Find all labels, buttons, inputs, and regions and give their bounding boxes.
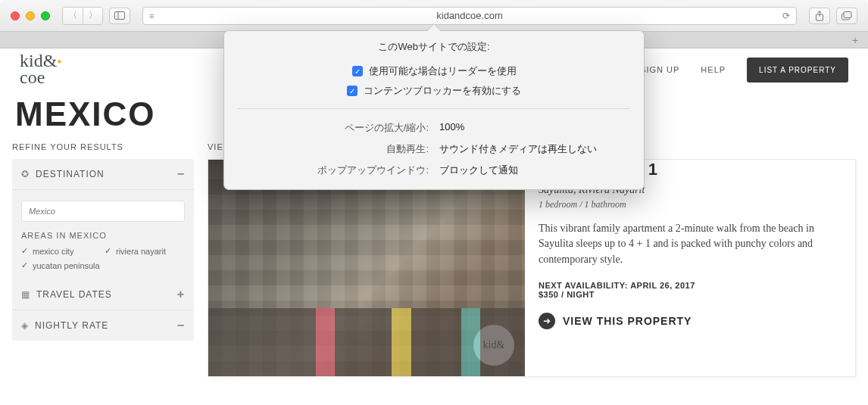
zoom-label: ページの拡大/縮小: (227, 121, 429, 135)
destination-input[interactable]: Mexico (21, 201, 185, 222)
filter-destination-label: DESTINATION (36, 169, 105, 179)
header-nav: SIGN UP HELP LIST A PROPERTY (640, 58, 848, 83)
site-settings-popover: このWebサイトでの設定: ✓ 使用可能な場合はリーダーを使用 ✓ コンテンツブ… (223, 30, 645, 190)
close-icon[interactable] (11, 11, 20, 20)
logo-badge: kid& (473, 325, 514, 366)
view-property-button[interactable]: ➜ VIEW THIS PROPERTY (539, 313, 841, 329)
refine-label: REFINE YOUR RESULTS (12, 142, 194, 151)
content-blocker-checkbox[interactable]: ✓ コンテンツブロッカーを有効にする (347, 84, 521, 98)
destination-body: Mexico AREAS IN MEXICO ✓mexico city ✓riv… (12, 190, 194, 279)
sidebar-button[interactable] (109, 8, 130, 24)
property-price: $350 / NIGHT (539, 290, 841, 299)
property-rooms: 1 bedroom / 1 bathroom (539, 199, 841, 210)
property-image[interactable]: kid& (208, 160, 525, 376)
share-button[interactable] (809, 8, 830, 24)
globe-icon: ✪ (21, 169, 30, 179)
help-link[interactable]: HELP (701, 65, 726, 74)
checkbox-checked-icon: ✓ (347, 86, 358, 96)
logo-line2: coe (20, 67, 45, 87)
area-checkbox[interactable]: ✓mexico city (21, 246, 101, 256)
content-blocker-checkbox-label: コンテンツブロッカーを有効にする (364, 84, 521, 98)
site-logo[interactable]: kid&• coe (20, 53, 62, 86)
expand-icon[interactable]: + (177, 288, 185, 301)
property-card: kid& …A LOFT Nº 1 Sayulita, Riviera Naya… (208, 159, 856, 377)
availability-label: NEXT AVAILABILITY: APRIL 26, 2017 (539, 281, 841, 290)
tag-icon: ◈ (21, 320, 29, 331)
popover-title: このWebサイトでの設定: (224, 31, 644, 61)
svg-rect-5 (844, 11, 851, 17)
filter-travel-dates-label: TRAVEL DATES (36, 289, 112, 300)
calendar-icon: ▦ (21, 289, 30, 300)
reload-icon[interactable]: ⟳ (782, 11, 790, 21)
maximize-icon[interactable] (41, 11, 50, 20)
area-checkbox[interactable]: ✓riviera nayarit (105, 246, 185, 256)
collapse-icon[interactable]: − (177, 167, 185, 181)
reader-checkbox[interactable]: ✓ 使用可能な場合はリーダーを使用 (352, 64, 517, 78)
list-property-button[interactable]: LIST A PROPERTY (747, 58, 848, 83)
filter-travel-dates-header[interactable]: ▦ TRAVEL DATES + (12, 279, 194, 310)
new-tab-button[interactable]: + (847, 33, 863, 47)
area-label: riviera nayarit (116, 247, 166, 256)
window-controls (11, 11, 50, 20)
property-description: This vibrant family apartment a 2-minute… (539, 221, 841, 267)
view-property-label: VIEW THIS PROPERTY (563, 315, 692, 327)
forward-button[interactable]: 〉 (83, 8, 102, 24)
back-button[interactable]: 〈 (63, 8, 83, 24)
filter-destination-header[interactable]: ✪ DESTINATION − (12, 159, 194, 190)
area-checkbox[interactable]: ✓yucatan peninsula (21, 260, 101, 270)
signup-link[interactable]: SIGN UP (640, 65, 679, 74)
check-icon: ✓ (105, 246, 111, 256)
arrow-icon: ➜ (539, 313, 555, 329)
url-text: kidandcoe.com (436, 10, 502, 21)
tabs-button[interactable] (836, 8, 857, 24)
nav-buttons: 〈 〉 (62, 7, 103, 25)
checkbox-checked-icon: ✓ (352, 66, 363, 76)
reader-checkbox-label: 使用可能な場合はリーダーを使用 (369, 64, 517, 78)
popup-value[interactable]: ブロックして通知 (439, 164, 641, 177)
check-icon: ✓ (21, 260, 28, 270)
area-label: yucatan peninsula (33, 261, 100, 270)
autoplay-value[interactable]: サウンド付きメディアは再生しない (439, 142, 641, 156)
filters-panel: ✪ DESTINATION − Mexico AREAS IN MEXICO ✓… (12, 159, 194, 341)
filters-sidebar: REFINE YOUR RESULTS ✪ DESTINATION − Mexi… (12, 142, 194, 377)
filter-nightly-rate-header[interactable]: ◈ NIGHTLY RATE − (12, 310, 194, 341)
popup-label: ポップアップウインドウ: (227, 164, 429, 177)
svg-rect-0 (115, 12, 125, 20)
check-icon: ✓ (21, 246, 28, 256)
reader-icon[interactable]: ≡ (149, 11, 154, 20)
zoom-value[interactable]: 100% (439, 121, 641, 135)
address-bar[interactable]: ≡ kidandcoe.com ⟳ (142, 7, 797, 25)
logo-dot-icon: • (57, 55, 61, 70)
filter-nightly-rate-label: NIGHTLY RATE (35, 320, 108, 331)
divider (238, 108, 630, 109)
collapse-icon[interactable]: − (177, 319, 185, 332)
minimize-icon[interactable] (26, 11, 35, 20)
autoplay-label: 自動再生: (227, 142, 429, 156)
areas-label: AREAS IN MEXICO (21, 231, 185, 240)
area-label: mexico city (33, 247, 73, 256)
